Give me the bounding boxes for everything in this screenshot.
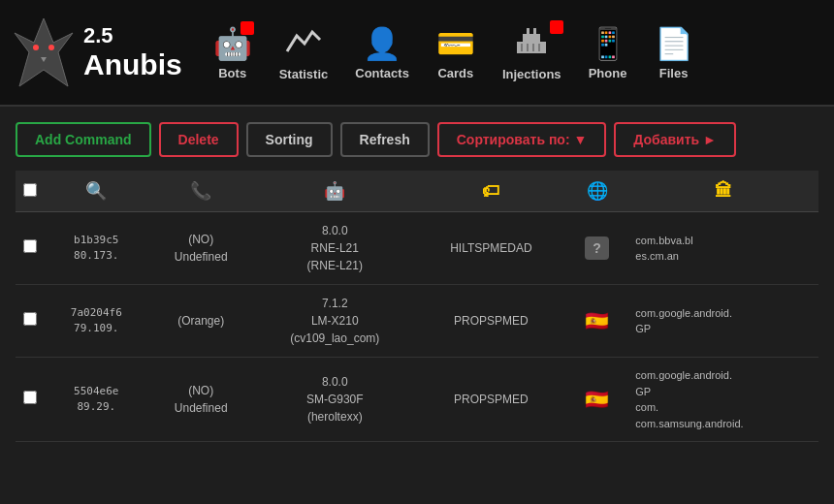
nav-phone[interactable]: 📱 Phone [577, 17, 639, 88]
svg-marker-0 [15, 18, 73, 86]
logo: 2.5 Anubis [10, 14, 182, 91]
row-flag: 🇪🇸 [566, 285, 627, 358]
nav-statistic[interactable]: Statistic [268, 16, 340, 89]
row-tag: PROPSPMED [416, 285, 566, 358]
files-label: Files [659, 66, 689, 80]
row-bot-id: 5504e6e89.29. [45, 358, 148, 442]
table-header-row: 🔍 📞 🤖 🏷 🌐 🏛 [16, 171, 818, 212]
col-globe: 🌐 [566, 171, 627, 212]
row-checkbox[interactable] [23, 239, 37, 253]
row-bot-id: 7a0204f679.109. [45, 285, 148, 358]
injections-icon [513, 24, 550, 63]
svg-rect-10 [532, 44, 534, 51]
col-search: 🔍 [45, 171, 148, 212]
table-row: 5504e6e89.29.(NO)Undefined8.0.0SM-G930F(… [16, 358, 818, 442]
files-icon: 📄 [655, 25, 693, 62]
row-apps: com.google.android.GPcom.com.samsung.and… [627, 358, 818, 442]
row-phone: (Orange) [148, 285, 254, 358]
app-name: Anubis [83, 48, 182, 81]
cards-icon: 💳 [436, 25, 475, 62]
sorting-button[interactable]: Sorting [246, 122, 333, 157]
row-phone: (NO)Undefined [148, 358, 254, 442]
nav-files[interactable]: 📄 Files [643, 17, 705, 88]
row-phone: (NO)Undefined [148, 212, 254, 285]
select-all-checkbox[interactable] [23, 183, 37, 197]
add-command-button[interactable]: Add Command [16, 122, 151, 157]
nav-contacts[interactable]: 👤 Contacts [343, 17, 421, 88]
svg-rect-11 [538, 44, 540, 51]
contacts-icon: 👤 [363, 25, 401, 62]
nav-cards[interactable]: 💳 Cards [425, 17, 487, 88]
contacts-label: Contacts [355, 66, 409, 80]
row-checkbox[interactable] [23, 312, 37, 326]
col-phone: 📞 [148, 171, 254, 212]
svg-rect-9 [527, 44, 529, 51]
svg-rect-8 [521, 44, 523, 51]
phone-icon: 📱 [589, 25, 627, 62]
nav-items: 🤖 Bots Statistic 👤 Contacts 💳 Cards [202, 16, 824, 89]
sort-by-button[interactable]: Сортировать по: ▼ [437, 122, 607, 157]
row-android: 8.0.0RNE-L21(RNE-L21) [254, 212, 416, 285]
logo-icon [10, 14, 78, 91]
col-android: 🤖 [254, 171, 416, 212]
svg-point-2 [48, 45, 54, 50]
nav-bots[interactable]: 🤖 Bots [202, 17, 264, 88]
injections-label: Injections [502, 67, 561, 81]
delete-button[interactable]: Delete [159, 122, 239, 157]
cards-label: Cards [437, 66, 473, 80]
statistic-icon [285, 24, 322, 63]
logo-text: 2.5 Anubis [83, 23, 182, 81]
row-tag: PROPSPMED [416, 358, 566, 442]
row-apps: com.bbva.bles.cm.an [627, 212, 818, 285]
table-row: b1b39c580.173.(NO)Undefined8.0.0RNE-L21(… [16, 212, 818, 285]
row-checkbox-cell [16, 358, 45, 442]
data-table-container: 🔍 📞 🤖 🏷 🌐 🏛 b1b39c580.173.(NO)Undefined8… [16, 171, 818, 442]
col-bank: 🏛 [627, 171, 818, 212]
table-body: b1b39c580.173.(NO)Undefined8.0.0RNE-L21(… [16, 212, 818, 442]
toolbar: Add Command Delete Sorting Refresh Сорти… [16, 122, 818, 157]
row-bot-id: b1b39c580.173. [45, 212, 148, 285]
statistic-label: Statistic [279, 67, 329, 81]
add-ru-button[interactable]: Добавить ► [614, 122, 736, 157]
svg-rect-5 [523, 34, 540, 44]
row-apps: com.google.android.GP [627, 285, 818, 358]
row-android: 7.1.2LM-X210(cv109_lao_com) [254, 285, 416, 358]
bots-label: Bots [218, 66, 246, 80]
app-version: 2.5 [83, 23, 182, 48]
svg-point-1 [33, 45, 39, 50]
bots-badge [241, 21, 254, 35]
navbar: 2.5 Anubis 🤖 Bots Statistic 👤 Contacts 💳… [0, 0, 834, 107]
nav-injections[interactable]: Injections [491, 16, 573, 89]
row-android: 8.0.0SM-G930F(heroltexx) [254, 358, 416, 442]
row-flag: ? [566, 212, 627, 285]
col-tag: 🏷 [416, 171, 566, 212]
svg-rect-7 [533, 28, 536, 36]
row-flag: 🇪🇸 [566, 358, 627, 442]
data-table: 🔍 📞 🤖 🏷 🌐 🏛 b1b39c580.173.(NO)Undefined8… [16, 171, 818, 442]
refresh-button[interactable]: Refresh [340, 122, 430, 157]
col-checkbox [16, 171, 45, 212]
row-tag: HILTSPMEDAD [416, 212, 566, 285]
phone-label: Phone [589, 66, 627, 80]
main-content: Add Command Delete Sorting Refresh Сорти… [0, 107, 834, 504]
svg-rect-6 [527, 28, 529, 36]
row-checkbox-cell [16, 285, 45, 358]
row-checkbox[interactable] [23, 391, 37, 404]
row-checkbox-cell [16, 212, 45, 285]
injections-badge [550, 20, 563, 34]
table-row: 7a0204f679.109.(Orange)7.1.2LM-X210(cv10… [16, 285, 818, 358]
